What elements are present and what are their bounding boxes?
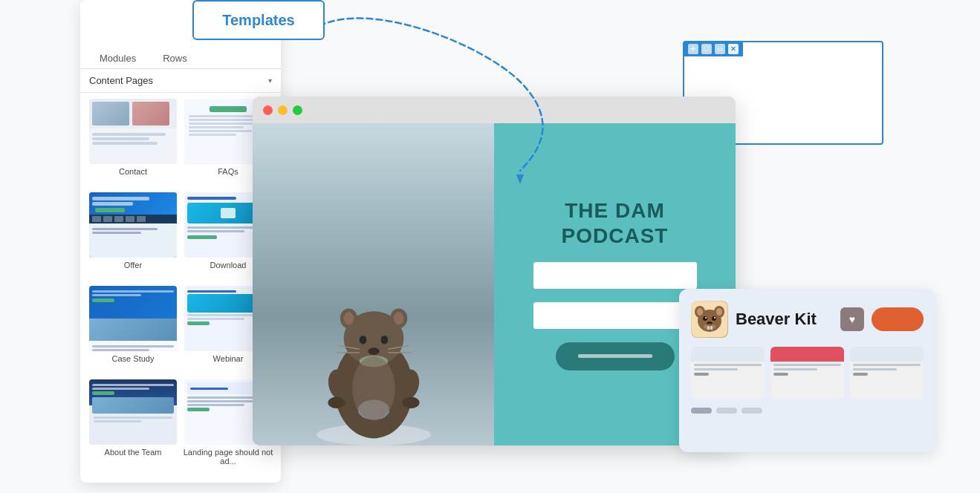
template-label-case-study: Case Study [112, 354, 155, 363]
podcast-title: THE DAM PODCAST [509, 198, 721, 248]
bk-templates-row [691, 347, 924, 399]
chevron-down-icon: ▾ [268, 76, 272, 85]
template-thumb-offer [89, 192, 177, 258]
svg-point-28 [703, 316, 707, 321]
browser-window: THE DAM PODCAST [253, 97, 736, 445]
grid-icon[interactable]: ▭ [715, 44, 725, 54]
widget-toolbar: ✛ ☐ ▭ ✕ [684, 42, 743, 56]
browser-content: THE DAM PODCAST [253, 123, 736, 445]
beaver-illustration [307, 260, 441, 445]
svg-point-6 [343, 312, 353, 324]
svg-point-18 [328, 397, 345, 408]
podcast-email-input[interactable] [533, 262, 697, 289]
add-icon[interactable]: ✛ [688, 44, 698, 54]
heart-icon: ♥ [849, 313, 855, 325]
pagination-dot-3[interactable] [742, 408, 762, 414]
close-icon[interactable]: ✕ [728, 44, 739, 54]
templates-tab[interactable]: Templates [192, 0, 325, 40]
chat-icon[interactable]: ☐ [701, 44, 712, 54]
beaverkit-heart-button[interactable]: ♥ [840, 307, 864, 331]
svg-point-26 [697, 308, 703, 316]
svg-point-27 [716, 308, 722, 316]
beaverkit-card: Beaver Kit ♥ [679, 289, 935, 452]
svg-point-19 [402, 397, 419, 408]
template-label-faqs: FAQs [218, 167, 238, 176]
content-pages-dropdown[interactable]: Content Pages ▾ [80, 69, 281, 93]
template-grid: Contact FAQs [80, 93, 281, 483]
templates-tab-label: Templates [222, 12, 294, 29]
beaverkit-title: Beaver Kit [736, 310, 833, 329]
svg-point-29 [712, 316, 716, 321]
sidebar-tab-modules[interactable]: Modules [89, 48, 146, 68]
beaverkit-action-button[interactable] [872, 307, 924, 331]
template-item-contact[interactable]: Contact [86, 99, 180, 191]
svg-point-30 [705, 317, 707, 319]
bk-template-1[interactable] [691, 347, 765, 399]
pagination-dot-2[interactable] [716, 408, 737, 414]
template-thumb-casestudy [89, 286, 177, 351]
template-item-offer[interactable]: Offer [86, 192, 180, 284]
dropdown-label: Content Pages [89, 75, 153, 86]
svg-point-10 [368, 347, 379, 355]
podcast-subscribe-button[interactable] [556, 342, 675, 370]
bk-pagination [691, 408, 924, 414]
browser-titlebar [253, 97, 736, 123]
svg-point-8 [359, 336, 366, 345]
template-label-webinar: Webinar [213, 354, 244, 363]
browser-close-button[interactable] [263, 105, 273, 115]
pagination-dot-1[interactable] [691, 408, 712, 414]
browser-maximize-button[interactable] [293, 105, 302, 115]
template-label-offer: Offer [124, 261, 142, 270]
beaverkit-logo [691, 301, 728, 338]
browser-minimize-button[interactable] [278, 105, 288, 115]
template-item-about[interactable]: About the Team [86, 379, 180, 480]
template-thumb-contact [89, 99, 177, 164]
svg-point-31 [714, 317, 715, 319]
svg-point-9 [380, 336, 388, 345]
podcast-image-panel [253, 123, 494, 445]
template-label-about: About the Team [105, 448, 162, 457]
template-label-contact: Contact [119, 167, 147, 176]
svg-point-7 [393, 312, 403, 324]
sidebar-tabs: Modules Rows [80, 41, 281, 69]
sidebar-panel: Modules Rows Content Pages ▾ [80, 0, 281, 483]
svg-point-35 [704, 324, 715, 330]
sidebar-tab-rows[interactable]: Rows [152, 48, 198, 68]
template-label-landing: Landing page should not ad... [181, 448, 275, 466]
svg-point-21 [352, 356, 395, 421]
beaverkit-header: Beaver Kit ♥ [691, 301, 924, 338]
podcast-name-input[interactable] [533, 302, 697, 329]
button-label-line [578, 354, 652, 358]
bk-template-2[interactable] [770, 347, 844, 399]
template-item-case-study[interactable]: Case Study [86, 286, 180, 378]
bk-template-3[interactable] [850, 347, 924, 399]
template-label-download: Download [210, 261, 247, 270]
main-scene: Modules Rows Content Pages ▾ [0, 0, 980, 493]
template-thumb-about [89, 379, 177, 445]
